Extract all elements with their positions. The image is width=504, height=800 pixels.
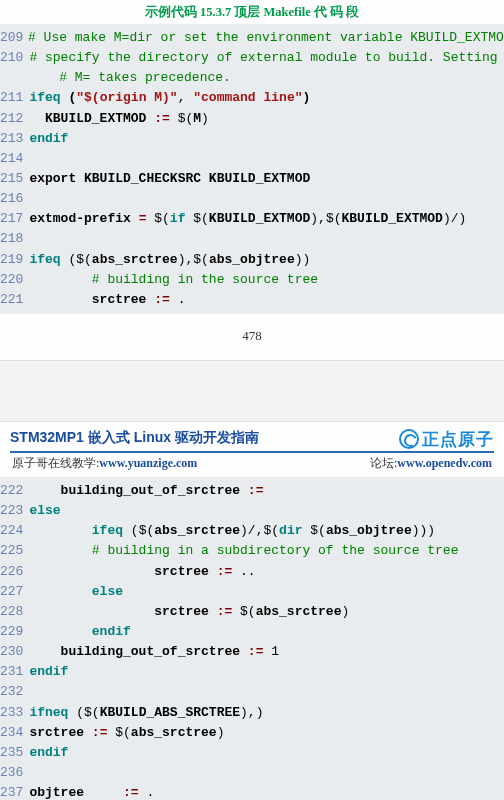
page-header: STM32MP1 嵌入式 Linux 驱动开发指南 正点原子 原子哥在线教学:w… bbox=[0, 422, 504, 477]
line-number: 216 bbox=[0, 189, 29, 209]
code-line: # M= takes precedence. bbox=[0, 68, 504, 88]
code-content: building_out_of_srctree := 1 bbox=[29, 642, 279, 662]
code-line: 219ifeq ($(abs_srctree),$(abs_objtree)) bbox=[0, 250, 504, 270]
line-number: 212 bbox=[0, 109, 29, 129]
line-number: 219 bbox=[0, 250, 29, 270]
code-line: 235endif bbox=[0, 743, 504, 763]
code-line: 214 bbox=[0, 149, 504, 169]
code-listing-title: 示例代码 15.3.7 顶层 Makefile 代 码 段 bbox=[0, 0, 504, 24]
code-line: 221 srctree := . bbox=[0, 290, 504, 310]
code-line: 234srctree := $(abs_srctree) bbox=[0, 723, 504, 743]
forum-label: 论坛: bbox=[370, 456, 397, 470]
brand-logo: 正点原子 bbox=[399, 428, 494, 451]
code-content: # building in a subdirectory of the sour… bbox=[29, 541, 458, 561]
line-number: 226 bbox=[0, 562, 29, 582]
page-number: 478 bbox=[0, 328, 504, 344]
code-content: srctree := . bbox=[29, 290, 185, 310]
code-line: 226 srctree := .. bbox=[0, 562, 504, 582]
line-number: 217 bbox=[0, 209, 29, 229]
code-block-1: 209# Use make M=dir or set the environme… bbox=[0, 24, 504, 314]
line-number: 229 bbox=[0, 622, 29, 642]
code-line: 233ifneq ($(KBUILD_ABS_SRCTREE),) bbox=[0, 703, 504, 723]
line-number: 225 bbox=[0, 541, 29, 561]
code-line: 212 KBUILD_EXTMOD := $(M) bbox=[0, 109, 504, 129]
line-number: 235 bbox=[0, 743, 29, 763]
code-content: endif bbox=[29, 129, 68, 149]
code-content: srctree := $(abs_srctree) bbox=[29, 602, 349, 622]
code-line: 227 else bbox=[0, 582, 504, 602]
code-line: 218 bbox=[0, 229, 504, 249]
code-content: endif bbox=[29, 743, 68, 763]
line-number: 214 bbox=[0, 149, 29, 169]
code-content: ifneq ($(KBUILD_ABS_SRCTREE),) bbox=[29, 703, 263, 723]
code-content: srctree := .. bbox=[29, 562, 255, 582]
code-content: ifeq ("$(origin M)", "command line") bbox=[29, 88, 310, 108]
teach-label: 原子哥在线教学: bbox=[12, 456, 99, 470]
code-line: 236 bbox=[0, 763, 504, 783]
logo-icon bbox=[399, 429, 419, 449]
teach-site: 原子哥在线教学:www.yuanzige.com bbox=[12, 455, 197, 472]
sub-header-bar: 原子哥在线教学:www.yuanzige.com 论坛:www.openedv.… bbox=[10, 451, 494, 477]
code-content: # building in the source tree bbox=[29, 270, 318, 290]
code-content: else bbox=[29, 582, 123, 602]
code-content: endif bbox=[29, 662, 68, 682]
code-line: 215export KBUILD_CHECKSRC KBUILD_EXTMOD bbox=[0, 169, 504, 189]
line-number: 210 bbox=[0, 48, 29, 68]
brand-name: 正点原子 bbox=[422, 428, 494, 451]
line-number: 222 bbox=[0, 481, 29, 501]
code-line: 237objtree := . bbox=[0, 783, 504, 800]
line-number: 234 bbox=[0, 723, 29, 743]
code-line: 232 bbox=[0, 682, 504, 702]
line-number: 218 bbox=[0, 229, 29, 249]
code-line: 220 # building in the source tree bbox=[0, 270, 504, 290]
line-number: 237 bbox=[0, 783, 29, 800]
line-number: 227 bbox=[0, 582, 29, 602]
code-content: srctree := $(abs_srctree) bbox=[29, 723, 224, 743]
code-line: 211ifeq ("$(origin M)", "command line") bbox=[0, 88, 504, 108]
line-number: 228 bbox=[0, 602, 29, 622]
page-gap bbox=[0, 360, 504, 422]
code-line: 223else bbox=[0, 501, 504, 521]
line-number: 220 bbox=[0, 270, 29, 290]
code-line: 209# Use make M=dir or set the environme… bbox=[0, 28, 504, 48]
forum-site: 论坛:www.openedv.com bbox=[370, 455, 492, 472]
line-number: 230 bbox=[0, 642, 29, 662]
code-content: # Use make M=dir or set the environment … bbox=[28, 28, 504, 48]
line-number: 233 bbox=[0, 703, 29, 723]
code-line: 228 srctree := $(abs_srctree) bbox=[0, 602, 504, 622]
line-number: 209 bbox=[0, 28, 28, 48]
code-content: else bbox=[29, 501, 60, 521]
code-content: building_out_of_srctree := bbox=[29, 481, 263, 501]
line-number: 231 bbox=[0, 662, 29, 682]
code-content: # specify the directory of external modu… bbox=[29, 48, 497, 68]
line-number: 211 bbox=[0, 88, 29, 108]
forum-url: www.openedv.com bbox=[397, 456, 492, 470]
teach-url: www.yuanzige.com bbox=[99, 456, 197, 470]
code-line: 230 building_out_of_srctree := 1 bbox=[0, 642, 504, 662]
code-content: endif bbox=[29, 622, 130, 642]
code-content: KBUILD_EXTMOD := $(M) bbox=[29, 109, 208, 129]
code-line: 231endif bbox=[0, 662, 504, 682]
line-number: 213 bbox=[0, 129, 29, 149]
code-line: 210# specify the directory of external m… bbox=[0, 48, 504, 68]
line-number: 215 bbox=[0, 169, 29, 189]
document-title: STM32MP1 嵌入式 Linux 驱动开发指南 bbox=[10, 429, 259, 447]
line-number: 224 bbox=[0, 521, 29, 541]
code-content: extmod-prefix = $(if $(KBUILD_EXTMOD),$(… bbox=[29, 209, 466, 229]
code-line: 216 bbox=[0, 189, 504, 209]
code-block-2: 222 building_out_of_srctree :=223else224… bbox=[0, 477, 504, 800]
line-number: 221 bbox=[0, 290, 29, 310]
code-content: ifeq ($(abs_srctree)/,$(dir $(abs_objtre… bbox=[29, 521, 435, 541]
code-content: # M= takes precedence. bbox=[28, 68, 231, 88]
code-line: 225 # building in a subdirectory of the … bbox=[0, 541, 504, 561]
code-line: 217extmod-prefix = $(if $(KBUILD_EXTMOD)… bbox=[0, 209, 504, 229]
code-content: export KBUILD_CHECKSRC KBUILD_EXTMOD bbox=[29, 169, 310, 189]
code-content: ifeq ($(abs_srctree),$(abs_objtree)) bbox=[29, 250, 310, 270]
line-number: 223 bbox=[0, 501, 29, 521]
code-line: 229 endif bbox=[0, 622, 504, 642]
code-line: 224 ifeq ($(abs_srctree)/,$(dir $(abs_ob… bbox=[0, 521, 504, 541]
code-content: objtree := . bbox=[29, 783, 154, 800]
line-number: 236 bbox=[0, 763, 29, 783]
line-number: 232 bbox=[0, 682, 29, 702]
code-line: 213endif bbox=[0, 129, 504, 149]
